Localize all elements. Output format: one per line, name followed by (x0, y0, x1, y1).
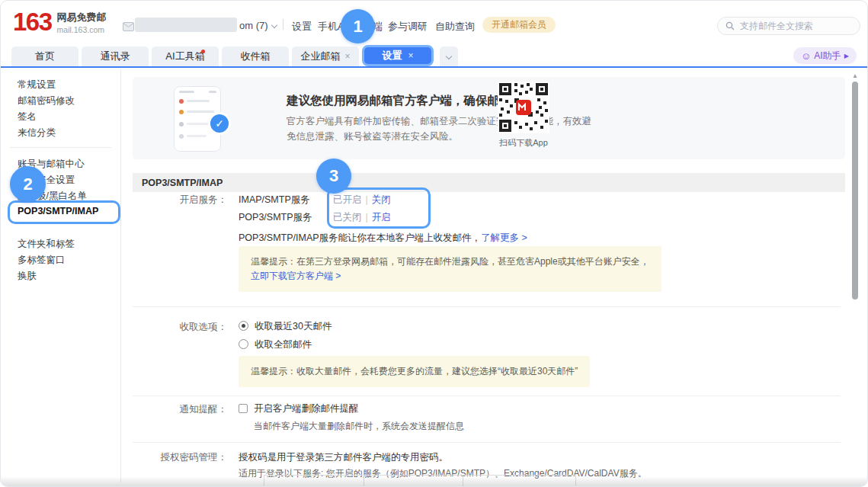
service-row-status: 已开启|关闭 (333, 194, 391, 207)
nav-settings-link[interactable]: 设置 (292, 20, 312, 34)
checkbox-label: 开启客户端删除邮件提醒 (254, 403, 359, 414)
delete-reminder-checkbox[interactable]: 开启客户端删除邮件提醒 (239, 402, 359, 415)
service-row-name: POP3/SMTP服务 (239, 211, 312, 224)
scrollbar-thumb[interactable] (852, 82, 858, 300)
download-client-link[interactable]: 立即下载官方客户端 > (251, 271, 341, 281)
mail-window: 163 网易免费邮 mail.163.com om (7) 设置 手机App 客… (0, 0, 868, 487)
qr-code (498, 82, 549, 133)
status-separator: | (362, 212, 372, 223)
chevron-down-icon (446, 53, 452, 59)
red-dot-badge (201, 50, 205, 53)
section-divider (133, 306, 841, 307)
radio-label: 收取最近30天邮件 (255, 321, 332, 332)
annotation-step-3: 3 (316, 159, 351, 194)
tab-settings-active[interactable]: 设置 × (362, 45, 434, 66)
ai-assistant-label: AI助手 (814, 50, 841, 62)
account-address-suffix: om (7) (239, 20, 268, 31)
service-label: 开启服务： (123, 194, 227, 207)
section-title: POP3/SMTP/IMAP (142, 178, 223, 188)
pop3-open-link[interactable]: 开启 (372, 212, 391, 223)
service-row-name: IMAP/SMTP服务 (239, 194, 310, 207)
shield-check-icon: ✓ (208, 112, 231, 135)
header-divider (283, 19, 283, 30)
annotation-step-2: 2 (10, 166, 46, 202)
sidebar-item-password-change[interactable]: 邮箱密码修改 (18, 95, 75, 107)
smiley-icon: ☺ (801, 50, 811, 62)
section-divider (133, 396, 841, 396)
sidebar-item-pop3-smtp-imap[interactable]: POP3/SMTP/IMAP (18, 206, 98, 216)
tab-enterprise-mail[interactable]: 企业邮箱 × (292, 46, 359, 66)
sidebar-divider (10, 147, 111, 148)
nav-self-query-link[interactable]: 自助查询 (435, 20, 475, 34)
tab-label: 企业邮箱 (300, 50, 340, 63)
status-separator: | (362, 194, 372, 205)
tab-ai-toolbox[interactable]: AI工具箱 (152, 46, 219, 66)
tab-contacts[interactable]: 通讯录 (82, 46, 149, 66)
notify-label: 通知提醒： (123, 403, 227, 416)
service-desc-text: POP3/SMTP/IMAP服务能让你在本地客户端上收发邮件， (239, 232, 481, 243)
search-placeholder: 支持邮件全文搜索 (740, 20, 813, 33)
window-bottom-shadow (1, 476, 868, 487)
mail-icon (123, 21, 134, 34)
logo-name: 网易免费邮 (57, 11, 107, 24)
nav-survey-link[interactable]: 参与调研 (388, 20, 428, 34)
service-warm-tip: 温馨提示：在第三方登录网易邮箱，可能存在邮件泄露风险，甚至危害Apple或其他平… (239, 246, 661, 292)
account-chevron-down-icon[interactable] (271, 22, 277, 28)
tab-inbox[interactable]: 收件箱 (222, 46, 289, 66)
imap-status: 已开启 (333, 194, 362, 205)
radio-unselected-icon (239, 339, 248, 349)
vip-badge[interactable]: 开通邮箱会员 (482, 17, 556, 33)
checkbox-icon (239, 404, 248, 413)
sidebar-item-skin[interactable]: 换肤 (18, 270, 37, 283)
fetch-warm-tip: 温馨提示：收取大量邮件，会耗费您更多的流量，建议您选择“收取最近30天邮件” (239, 356, 590, 387)
tab-home[interactable]: 首页 (11, 46, 78, 66)
tab-label: 通讯录 (101, 50, 130, 63)
account-redaction (135, 18, 237, 32)
tab-label: 首页 (35, 50, 55, 63)
service-row-status: 已关闭|开启 (333, 211, 391, 224)
tab-label: 设置 (382, 49, 402, 62)
search-icon (725, 21, 735, 30)
search-input[interactable]: 支持邮件全文搜索 (717, 17, 860, 35)
sidebar-item-signature[interactable]: 签名 (18, 111, 37, 123)
close-icon[interactable]: × (344, 51, 350, 62)
tab-label: 收件箱 (241, 50, 271, 63)
learn-more-link[interactable]: 了解更多 > (481, 232, 527, 243)
sidebar-border (120, 69, 121, 482)
logo: 163 网易免费邮 mail.163.com (13, 8, 107, 36)
sidebar-item-folders-tags[interactable]: 文件夹和标签 (18, 238, 75, 251)
scrollbar-up-arrow[interactable]: ▲ (851, 72, 859, 79)
sidebar-item-mail-classification[interactable]: 来信分类 (18, 127, 56, 139)
radio-selected-icon (239, 321, 248, 331)
qr-caption: 扫码下载App (492, 137, 555, 149)
auth-line1: 授权码是用于登录第三方邮件客户端的专用密码。 (239, 451, 448, 464)
sidebar-item-multi-tab[interactable]: 多标签窗口 (18, 254, 66, 267)
imap-close-link[interactable]: 关闭 (372, 194, 391, 205)
ai-assistant-button[interactable]: ☺ AI助手 ▶ (793, 47, 857, 64)
warm-tip-text: 温馨提示：在第三方登录网易邮箱，可能存在邮件泄露风险，甚至危害Apple或其他平… (251, 256, 649, 267)
notify-desc: 当邮件客户端大量删除邮件时，系统会发送提醒信息 (254, 420, 464, 433)
arrow-right-icon: ▶ (844, 53, 849, 59)
radio-recent-30-days[interactable]: 收取最近30天邮件 (239, 320, 332, 333)
radio-label: 收取全部邮件 (255, 339, 312, 350)
service-desc: POP3/SMTP/IMAP服务能让你在本地客户端上收发邮件，了解更多 > (239, 232, 527, 245)
section-divider (133, 442, 841, 443)
section-header: POP3/SMTP/IMAP (133, 173, 845, 192)
fetch-label: 收取选项： (123, 321, 227, 334)
radio-all-mails[interactable]: 收取全部邮件 (239, 338, 312, 351)
logo-163: 163 (13, 8, 52, 36)
tabbar-underline (1, 66, 868, 68)
tab-label: AI工具箱 (165, 50, 204, 63)
annotation-step-1: 1 (341, 9, 375, 43)
tab-overflow-chevron[interactable] (440, 46, 458, 66)
sidebar-item-general-settings[interactable]: 常规设置 (18, 78, 56, 91)
logo-domain: mail.163.com (57, 25, 107, 34)
pop3-status: 已关闭 (333, 212, 362, 223)
auth-label: 授权密码管理： (123, 451, 227, 464)
close-icon[interactable]: × (408, 50, 413, 61)
